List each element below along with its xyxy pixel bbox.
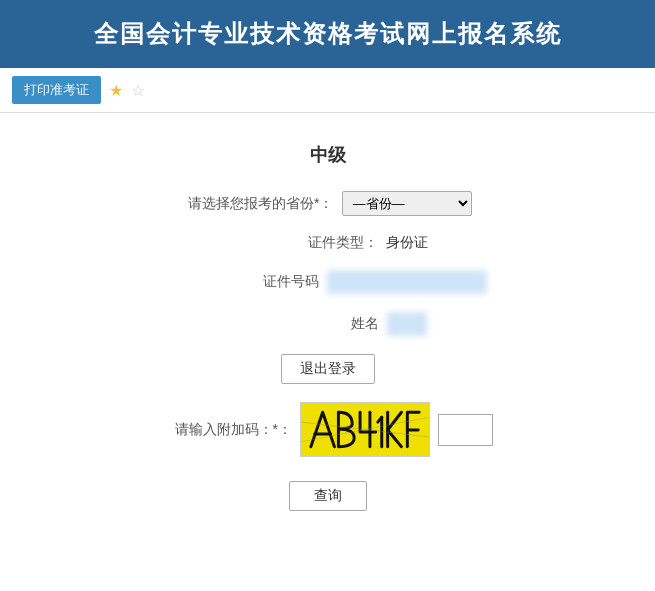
print-btn[interactable]: 打印准考证 <box>12 76 101 104</box>
province-row: 请选择您报考的省份*： —省份— 北京 天津 上海 重庆 河北 山西 辽宁 吉林… <box>20 191 635 216</box>
cert-no-value <box>327 270 487 294</box>
province-select[interactable]: —省份— 北京 天津 上海 重庆 河北 山西 辽宁 吉林 黑龙江 江苏 浙江 安… <box>342 191 472 216</box>
cert-type-label: 证件类型： <box>228 234 378 252</box>
logout-button[interactable]: 退出登录 <box>281 354 375 384</box>
query-row: 查询 <box>20 481 635 511</box>
star-outline-icon[interactable]: ☆ <box>131 81 145 100</box>
captcha-input[interactable] <box>438 414 493 446</box>
cert-no-label: 证件号码 <box>169 273 319 291</box>
captcha-image[interactable] <box>300 402 430 457</box>
province-label: 请选择您报考的省份*： <box>184 195 334 213</box>
cert-no-row: 证件号码 <box>20 270 635 294</box>
cert-type-row: 证件类型： 身份证 <box>20 234 635 252</box>
header-title: 全国会计专业技术资格考试网上报名系统 <box>94 20 562 47</box>
main-content: 中级 请选择您报考的省份*： —省份— 北京 天津 上海 重庆 河北 山西 辽宁… <box>0 113 655 591</box>
star-filled-icon[interactable]: ★ <box>109 81 123 100</box>
query-button[interactable]: 查询 <box>289 481 367 511</box>
cert-type-value: 身份证 <box>386 234 428 252</box>
captcha-row: 请输入附加码：*： <box>20 402 635 457</box>
name-label: 姓名 <box>229 315 379 333</box>
toolbar: 打印准考证 ★ ☆ <box>0 68 655 113</box>
section-title: 中级 <box>20 143 635 167</box>
name-value <box>387 312 427 336</box>
logout-row: 退出登录 <box>20 354 635 384</box>
captcha-label: 请输入附加码：*： <box>162 421 292 439</box>
page-header: 全国会计专业技术资格考试网上报名系统 <box>0 0 655 68</box>
name-row: 姓名 <box>20 312 635 336</box>
